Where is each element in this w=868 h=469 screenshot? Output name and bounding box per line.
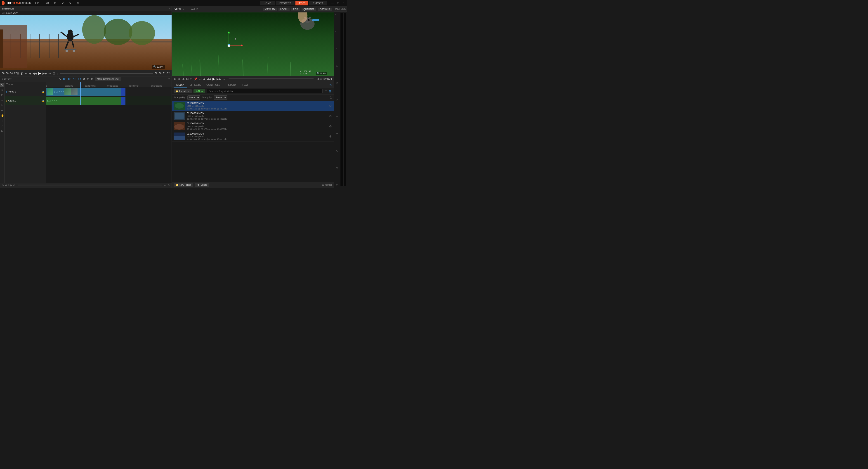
sort-order-icon[interactable]: ⇅: [329, 96, 332, 99]
media-gear-3[interactable]: ⚙: [329, 125, 332, 128]
slide-tool[interactable]: ↔: [0, 98, 4, 102]
trimmer-help-icon[interactable]: ?: [168, 7, 170, 10]
tab-history[interactable]: HISTORY: [223, 82, 239, 88]
audio-tool[interactable]: ♪: [0, 124, 4, 128]
tab-export[interactable]: EXPORT: [309, 1, 327, 5]
play-button[interactable]: ▶: [38, 71, 41, 75]
video-track-content[interactable]: 0...V ∞ ∞ ∞: [46, 87, 172, 96]
prev-frame-icon[interactable]: ⏮: [25, 72, 28, 75]
media-item-4[interactable]: 01100035.MOV 1920 x 1080 pixels 00;00;13…: [172, 131, 334, 142]
video-clip-1[interactable]: 0...V ∞ ∞ ∞: [46, 88, 121, 96]
group-select[interactable]: Folder: [214, 95, 227, 100]
tab-project[interactable]: PROJECT: [276, 1, 294, 5]
zoom-in-icon[interactable]: ⊕: [13, 184, 15, 187]
mark-out-icon[interactable]: ⊡: [53, 72, 55, 75]
frame-back-icon[interactable]: ⊞: [17, 72, 19, 75]
tab-edit[interactable]: EDIT: [296, 1, 308, 5]
trimmer-timeline[interactable]: [60, 73, 153, 74]
ripple-tool[interactable]: ≡: [0, 88, 4, 92]
step-forward-icon[interactable]: ⏭: [49, 72, 51, 75]
media-search-input[interactable]: [207, 89, 322, 93]
arrange-select[interactable]: Name: [187, 95, 200, 100]
view-quality-button[interactable]: QUARTER: [302, 8, 316, 11]
scroll-left-icon[interactable]: ◀: [5, 184, 6, 187]
tab-media[interactable]: MEDIA: [174, 82, 187, 88]
viewer-prev-icon[interactable]: ⏮: [199, 77, 202, 81]
viewer-tab-viewer[interactable]: VIEWER: [174, 7, 185, 11]
media-item-2[interactable]: 01100033.MOV 1920 x 1080 pixels 00;00;10…: [172, 111, 334, 121]
media-item-1[interactable]: 01100032.MOV 1920 x 1080 pixels 00;00;11…: [172, 101, 334, 111]
composite-shot-button[interactable]: Make Composite Shot: [95, 77, 121, 81]
timeline-scrollbar[interactable]: [18, 184, 162, 186]
media-gear-4[interactable]: ⚙: [329, 135, 332, 138]
viewer-pin-icon[interactable]: 📌: [194, 77, 197, 81]
step-back-icon[interactable]: ◀: [29, 72, 31, 75]
razor-tool[interactable]: ✂: [0, 103, 4, 108]
tab-effects[interactable]: EFFECTS: [187, 82, 204, 88]
viewer-next-icon[interactable]: ⏭: [222, 77, 225, 81]
tab-controls[interactable]: CONTROLS: [204, 82, 223, 88]
media-refresh-icon[interactable]: ↻: [329, 83, 332, 87]
audio-clip-1[interactable]: 0...V ∞ ∞ ∞: [46, 97, 121, 105]
zoom-tool[interactable]: ⊕: [0, 108, 4, 113]
menu-icon-redo[interactable]: ↻: [68, 1, 72, 5]
insert-icon[interactable]: ↓: [57, 72, 58, 75]
editor-snap-icon[interactable]: ⊡: [87, 78, 89, 81]
viewer-timeline-bar[interactable]: [228, 79, 314, 79]
tab-text[interactable]: TEXT: [239, 82, 251, 88]
track-visibility-icon[interactable]: ●: [6, 90, 7, 93]
view-local-button[interactable]: LOCAL: [278, 8, 289, 11]
settings-icon[interactable]: ⚙: [167, 184, 170, 187]
minimize-button[interactable]: —: [330, 2, 335, 4]
mark-in-icon[interactable]: ◧: [21, 72, 23, 75]
audio-track-content[interactable]: 0...V ∞ ∞ ∞: [46, 96, 172, 106]
viewer-play-back-icon[interactable]: ◀◀: [207, 77, 211, 81]
track-audio-icon[interactable]: ♪: [6, 99, 7, 102]
import-dropdown-icon[interactable]: ▾: [188, 90, 189, 92]
timeline-ruler[interactable]: 0 00;00;01 00;01;00;02 00;02;00;03 00;03…: [46, 82, 172, 87]
menu-edit[interactable]: Edit: [44, 1, 50, 5]
new-folder-button[interactable]: 📁 New Folder: [174, 183, 193, 187]
next-frame-icon[interactable]: ▶▶: [42, 72, 47, 75]
menu-icon-copy[interactable]: ⊞: [53, 1, 57, 5]
viewer-step-back-icon[interactable]: ◀: [203, 77, 205, 81]
add-track-icon[interactable]: +: [164, 184, 166, 187]
delete-button[interactable]: 🗑 Delete: [195, 183, 209, 187]
slip-tool[interactable]: ⊟: [0, 93, 4, 97]
zoom-fit-icon[interactable]: ⊡: [7, 184, 9, 187]
viewer-tab-layer[interactable]: LAYER: [189, 7, 198, 11]
scroll-right-icon[interactable]: ▶: [10, 184, 12, 187]
media-gear-2[interactable]: ⚙: [329, 114, 332, 118]
select-tool[interactable]: ↖: [0, 83, 4, 87]
viewer-play-button[interactable]: ▶: [213, 77, 215, 81]
editor-cursor-icon[interactable]: ↖: [59, 78, 61, 81]
viewer-crop-icon[interactable]: ⊡: [190, 77, 192, 81]
editor-loop-icon[interactable]: ↺: [83, 78, 85, 81]
hand-tool[interactable]: ✋: [0, 114, 4, 118]
list-view-icon[interactable]: ☰: [324, 89, 328, 93]
video-clip-blue[interactable]: [121, 88, 125, 96]
audio-clip-blue[interactable]: [121, 97, 125, 105]
media-item-3[interactable]: 01100034.MOV 1920 x 1080 pixels 00;00;14…: [172, 121, 334, 131]
editor-split-icon[interactable]: ⊞: [91, 78, 93, 81]
menu-icon-undo[interactable]: ↺: [61, 1, 65, 5]
track-lock-icon[interactable]: 🔒: [41, 90, 45, 93]
view-rgb-button[interactable]: RGB: [291, 8, 300, 11]
new-media-button[interactable]: ⊕ New: [193, 89, 205, 93]
tab-home[interactable]: HOME: [260, 1, 275, 5]
zoom-out-icon[interactable]: ⊖: [2, 184, 4, 187]
viewer-play-fwd-icon[interactable]: ▶▶: [217, 77, 221, 81]
play-back-icon[interactable]: ◀◀: [33, 72, 37, 75]
track-audio-lock-icon[interactable]: 🔒: [41, 99, 45, 102]
editor-help-icon[interactable]: ?: [168, 78, 170, 81]
snap-tool[interactable]: ⊞: [0, 129, 4, 133]
media-gear-1[interactable]: ⚙: [329, 104, 332, 108]
maximize-button[interactable]: □: [336, 2, 340, 4]
menu-file[interactable]: File: [34, 1, 40, 5]
menu-icon-grid[interactable]: ⊞: [76, 1, 80, 5]
view-2d-button[interactable]: VIEW: 2D: [263, 8, 277, 11]
import-button[interactable]: 📁 Import... ▾: [174, 89, 192, 93]
grid-view-icon[interactable]: ⊞: [329, 89, 332, 93]
view-options-button[interactable]: OPTIONS: [318, 8, 332, 11]
close-button[interactable]: ✕: [342, 2, 345, 4]
